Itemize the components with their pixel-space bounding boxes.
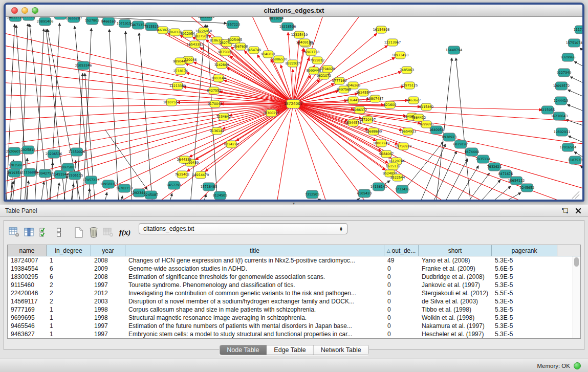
table-cell[interactable]: 1998 xyxy=(91,306,125,313)
table-row[interactable]: 1872400712008Changes of HCN gene express… xyxy=(8,256,580,265)
table-cell[interactable]: 2008 xyxy=(91,257,125,264)
table-cell[interactable]: 0 xyxy=(384,331,419,338)
column-header-name[interactable]: name xyxy=(8,245,47,256)
network-canvas[interactable]: 1872400774638228860128891295418226058982… xyxy=(6,17,582,200)
table-cell[interactable]: Tourette syndrome. Phenomenology and cla… xyxy=(125,281,384,289)
table-scrollbar[interactable] xyxy=(573,256,580,338)
table-cell[interactable]: 5.3E-5 xyxy=(492,257,557,264)
table-cell[interactable]: Genome-wide association studies in ADHD. xyxy=(125,265,384,272)
table-cell[interactable]: 1997 xyxy=(91,281,125,289)
rows-icon[interactable] xyxy=(52,226,66,239)
table-cell[interactable]: 5.3E-5 xyxy=(492,306,557,313)
window-titlebar[interactable]: citations_edges.txt xyxy=(6,5,582,17)
table-cell[interactable]: 5.5E-5 xyxy=(492,290,557,297)
table-cell[interactable]: 0 xyxy=(384,273,419,280)
table-cell[interactable]: Embryonic stem cells: a model to study s… xyxy=(125,331,384,338)
table-cell[interactable]: 18724007 xyxy=(8,257,47,264)
table-selector-dropdown[interactable]: citations_edges.txt ▲▼ xyxy=(139,223,347,234)
show-columns-icon[interactable] xyxy=(22,226,36,239)
table-cell[interactable]: 49 xyxy=(384,257,419,264)
table-cell[interactable]: 18300295 xyxy=(8,273,47,280)
panel-resize-grip[interactable]: ▾ xyxy=(290,202,297,205)
table-cell[interactable]: 0 xyxy=(384,306,419,313)
table-cell[interactable]: 2008 xyxy=(91,273,125,280)
table-cell[interactable]: Nakamura et al. (1997) xyxy=(419,322,492,330)
select-columns-icon[interactable] xyxy=(37,226,51,239)
memory-status-indicator[interactable] xyxy=(574,362,581,369)
table-cell[interactable]: 2009 xyxy=(91,265,125,272)
table-cell[interactable]: 0 xyxy=(384,314,419,321)
table-cell[interactable]: 0 xyxy=(384,265,419,272)
table-row[interactable]: 911546021997Tourette syndrome. Phenomeno… xyxy=(8,281,580,289)
table-row[interactable]: 946362711997Embryonic stem cells: a mode… xyxy=(8,330,580,338)
table-row[interactable]: 2242004622012Investigating the contribut… xyxy=(8,289,580,297)
column-header-short[interactable]: short xyxy=(419,245,492,256)
table-cell[interactable]: 2 xyxy=(47,281,91,289)
zoom-window-button[interactable] xyxy=(32,7,38,14)
table-cell[interactable]: 5.3E-5 xyxy=(492,298,557,305)
delete-columns-icon[interactable] xyxy=(101,226,115,239)
table-cell[interactable]: 1 xyxy=(47,306,91,313)
tab-network-table[interactable]: Network Table xyxy=(314,345,368,355)
table-cell[interactable]: Tibbo et al. (1998) xyxy=(419,306,492,313)
table-cell[interactable]: 22420046 xyxy=(8,290,47,297)
table-cell[interactable]: 2012 xyxy=(91,290,125,297)
table-cell[interactable]: 1 xyxy=(47,331,91,338)
table-cell[interactable]: 9115460 xyxy=(8,281,47,289)
function-builder-icon[interactable]: f(x) xyxy=(116,226,134,239)
table-cell[interactable]: 1997 xyxy=(91,322,125,330)
close-window-button[interactable] xyxy=(11,7,18,14)
table-row[interactable]: 1830029562008Estimation of significance … xyxy=(8,273,580,281)
table-cell[interactable]: 6 xyxy=(47,265,91,272)
column-header-year[interactable]: year xyxy=(91,245,125,256)
table-cell[interactable]: Estimation of significance thresholds fo… xyxy=(125,273,384,280)
table-cell[interactable]: 0 xyxy=(384,281,419,289)
tab-edge-table[interactable]: Edge Table xyxy=(267,345,313,355)
column-header-outde[interactable]: △out_de... xyxy=(384,245,419,256)
table-row[interactable]: 1938455462009Genome-wide association stu… xyxy=(8,265,580,273)
table-cell[interactable]: 5.9E-5 xyxy=(492,273,557,280)
table-cell[interactable]: 5.3E-5 xyxy=(492,314,557,321)
table-cell[interactable]: 2003 xyxy=(91,298,125,305)
table-cell[interactable]: 5.6E-5 xyxy=(492,265,557,272)
table-cell[interactable]: 2 xyxy=(47,290,91,297)
table-options-icon[interactable] xyxy=(7,226,21,239)
column-header-title[interactable]: title xyxy=(125,245,384,256)
table-cell[interactable]: Jankovic et al. (1997) xyxy=(419,281,492,289)
table-cell[interactable]: 1 xyxy=(47,322,91,330)
table-cell[interactable]: Changes of HCN gene expression and I(f) … xyxy=(125,257,384,264)
table-cell[interactable]: 0 xyxy=(384,290,419,297)
table-cell[interactable]: 6 xyxy=(47,273,91,280)
table-row[interactable]: 946554611997Estimation of the future num… xyxy=(8,322,580,330)
table-cell[interactable]: Corpus callosum shape and size in male p… xyxy=(125,306,384,313)
table-cell[interactable]: 14569117 xyxy=(8,298,47,305)
table-cell[interactable]: Structural magnetic resonance image aver… xyxy=(125,314,384,321)
delete-table-icon[interactable] xyxy=(86,226,100,239)
table-row[interactable]: 969969511998Structural magnetic resonanc… xyxy=(8,314,580,322)
table-cell[interactable]: Investigating the contribution of common… xyxy=(125,290,384,297)
table-cell[interactable]: Hescheler et al. (1997) xyxy=(419,331,492,338)
table-cell[interactable]: Dudbridge et al. (2008) xyxy=(419,273,492,280)
table-cell[interactable]: 9463627 xyxy=(8,331,47,338)
tab-node-table[interactable]: Node Table xyxy=(220,345,267,355)
table-cell[interactable]: Estimation of the future numbers of pati… xyxy=(125,322,384,330)
table-cell[interactable]: 1 xyxy=(47,314,91,321)
table-cell[interactable]: 9465546 xyxy=(8,322,47,330)
table-row[interactable]: 1456911722003Disruption of a novel membe… xyxy=(8,297,580,305)
table-cell[interactable]: 0 xyxy=(384,298,419,305)
table-cell[interactable]: 0 xyxy=(384,322,419,330)
table-cell[interactable]: Disruption of a novel member of a sodium… xyxy=(125,298,384,305)
table-cell[interactable]: 5.3E-5 xyxy=(492,331,557,338)
table-cell[interactable]: de Silva et al. (2003) xyxy=(419,298,492,305)
table-cell[interactable]: 5.3E-5 xyxy=(492,322,557,330)
column-header-pagerank[interactable]: pagerank xyxy=(492,245,557,256)
table-cell[interactable]: 1997 xyxy=(91,331,125,338)
column-header-indegree[interactable]: in_degree xyxy=(47,245,91,256)
close-panel-icon[interactable] xyxy=(574,207,583,215)
table-cell[interactable]: Stergiakouli et al. (2012) xyxy=(419,290,492,297)
table-cell[interactable]: 1 xyxy=(47,257,91,264)
table-cell[interactable]: 1998 xyxy=(91,314,125,321)
table-cell[interactable]: 5.3E-5 xyxy=(492,281,557,289)
canvas-resize-grip[interactable] xyxy=(572,191,579,199)
table-cell[interactable]: Yano et al. (2008) xyxy=(419,257,492,264)
